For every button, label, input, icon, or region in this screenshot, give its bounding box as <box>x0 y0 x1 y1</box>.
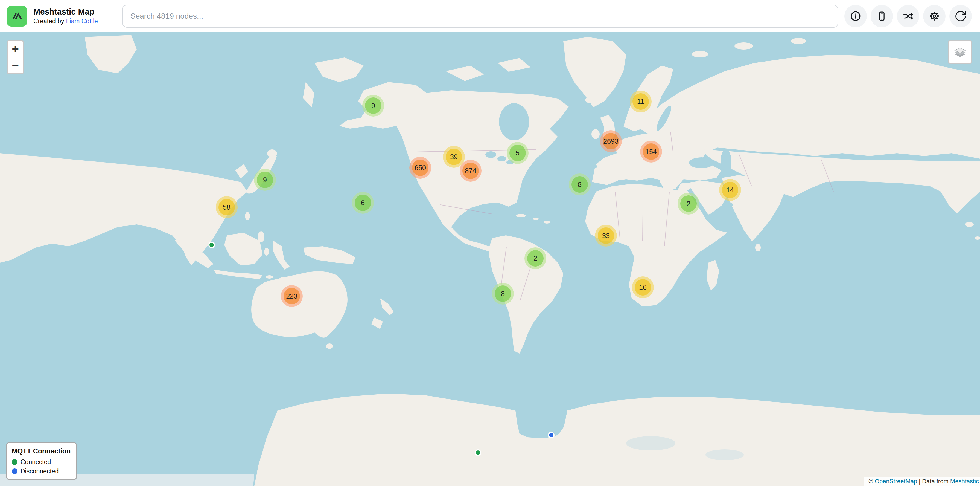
node-marker-connected[interactable] <box>208 242 215 248</box>
meshtastic-logo-icon <box>11 10 23 22</box>
node-marker-connected[interactable] <box>475 449 481 456</box>
cluster-marker[interactable]: 2 <box>678 193 700 215</box>
cluster-marker[interactable]: 58 <box>216 196 238 218</box>
cluster-count: 8 <box>578 181 582 188</box>
meshtastic-link[interactable]: Meshtastic <box>950 478 979 484</box>
shuffle-icon <box>902 10 915 22</box>
cluster-count: 33 <box>602 232 610 239</box>
disconnected-dot-icon <box>12 468 18 474</box>
cluster-count: 11 <box>637 98 644 105</box>
header: Meshtastic Map Created by Liam Cottle <box>0 0 980 32</box>
zoom-control: + − <box>6 40 24 75</box>
legend-row-disconnected: Disconnected <box>12 468 72 475</box>
cluster-marker[interactable]: 33 <box>595 225 617 247</box>
cluster-count: 223 <box>286 292 298 300</box>
mqtt-legend: MQTT Connection Connected Disconnected <box>6 442 77 480</box>
cluster-marker[interactable]: 14 <box>719 179 741 201</box>
info-icon <box>849 10 862 22</box>
map-container[interactable]: 911269315439565087489142658332223816 + −… <box>0 0 980 486</box>
cluster-count: 6 <box>361 199 365 207</box>
cluster-marker[interactable]: 16 <box>632 276 654 298</box>
zoom-out-button[interactable]: − <box>8 57 23 73</box>
zoom-in-button[interactable]: + <box>8 41 23 57</box>
cluster-count: 2693 <box>603 137 619 145</box>
info-button[interactable] <box>845 5 867 27</box>
page-title: Meshtastic Map <box>33 7 111 17</box>
cluster-marker[interactable]: 8 <box>492 283 514 304</box>
cluster-marker[interactable]: 9 <box>254 169 276 191</box>
settings-button[interactable] <box>923 5 945 27</box>
smartphone-icon <box>875 10 888 22</box>
cluster-marker[interactable]: 223 <box>281 285 303 307</box>
connected-dot-icon <box>12 459 18 465</box>
random-node-button[interactable] <box>897 5 919 27</box>
osm-link[interactable]: OpenStreetMap <box>875 478 917 484</box>
cluster-marker[interactable]: 2693 <box>600 130 622 152</box>
cluster-count: 2 <box>533 255 537 262</box>
legend-row-connected: Connected <box>12 458 72 466</box>
copyright-text: © <box>869 478 875 484</box>
title-block: Meshtastic Map Created by Liam Cottle <box>33 7 111 25</box>
cluster-marker[interactable]: 8 <box>569 174 590 195</box>
node-marker-disconnected[interactable] <box>548 432 555 438</box>
byline-prefix: Created by <box>33 18 64 25</box>
cluster-count: 39 <box>450 153 458 161</box>
legend-label: Disconnected <box>21 468 59 475</box>
marker-layer: 911269315439565087489142658332223816 <box>0 0 980 486</box>
cluster-count: 650 <box>415 164 426 172</box>
legend-title: MQTT Connection <box>12 447 72 455</box>
cluster-marker[interactable]: 154 <box>640 141 662 163</box>
cluster-marker[interactable]: 9 <box>362 95 384 116</box>
refresh-button[interactable] <box>950 5 972 27</box>
cluster-marker[interactable]: 6 <box>352 192 374 214</box>
refresh-icon <box>954 10 967 22</box>
cluster-count: 5 <box>516 149 520 157</box>
data-from-text: | Data from <box>917 478 950 484</box>
cluster-count: 154 <box>645 148 657 155</box>
toolbar <box>845 5 972 27</box>
gear-icon <box>928 10 940 22</box>
cluster-count: 2 <box>687 200 690 207</box>
layers-icon <box>952 44 968 60</box>
layers-control[interactable] <box>948 40 972 64</box>
cluster-marker[interactable]: 5 <box>507 142 528 164</box>
cluster-marker[interactable]: 2 <box>525 247 546 269</box>
cluster-marker[interactable]: 11 <box>630 91 652 113</box>
cluster-count: 14 <box>726 186 734 194</box>
legend-label: Connected <box>21 458 51 466</box>
cluster-count: 9 <box>263 176 267 183</box>
cluster-count: 58 <box>223 203 231 211</box>
cluster-count: 874 <box>465 167 476 175</box>
mobile-app-button[interactable] <box>870 5 893 27</box>
byline: Created by Liam Cottle <box>33 18 111 25</box>
cluster-marker[interactable]: 650 <box>409 157 431 179</box>
cluster-count: 9 <box>371 102 375 110</box>
app-logo <box>6 6 27 27</box>
cluster-count: 16 <box>639 284 647 291</box>
search-input[interactable] <box>122 5 838 28</box>
author-link[interactable]: Liam Cottle <box>66 18 98 25</box>
map-attribution: © OpenStreetMap | Data from Meshtastic <box>864 477 980 486</box>
cluster-count: 8 <box>501 290 505 298</box>
cluster-marker[interactable]: 874 <box>460 160 482 182</box>
